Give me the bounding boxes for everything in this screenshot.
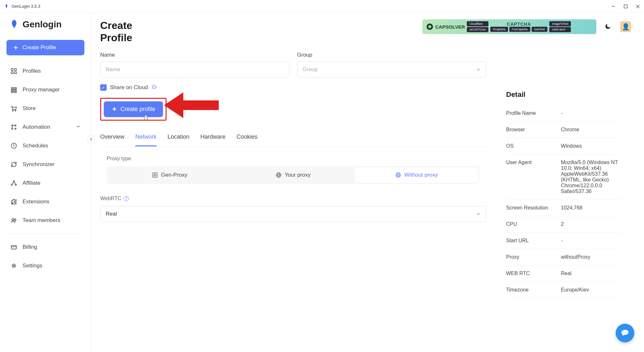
sidebar-item-billing[interactable]: Billing <box>6 239 84 255</box>
sidebar-item-store[interactable]: Store <box>6 100 84 116</box>
sidebar-item-extensions[interactable]: Extensions <box>6 194 84 210</box>
banner-chip: Cloudflare <box>467 21 488 26</box>
sidebar-item-synchronizer[interactable]: Synchronizer <box>6 156 84 172</box>
info-icon[interactable]: ? <box>124 196 129 201</box>
nav-label: Billing <box>23 244 37 250</box>
detail-row: User AgentMozilla/5.0 (Windows NT 10.0; … <box>506 154 621 200</box>
app-icon <box>4 4 9 9</box>
titlebar: GenLogin 3.5.3 <box>0 0 644 13</box>
name-input[interactable] <box>100 61 289 78</box>
card-icon <box>10 244 17 251</box>
automation-icon <box>10 124 17 131</box>
chat-button[interactable] <box>616 324 634 342</box>
chevron-down-icon <box>76 124 81 130</box>
brand-icon <box>9 19 19 30</box>
sidebar-item-team-members[interactable]: Team members <box>6 212 84 228</box>
sidebar-item-schedules[interactable]: Schedules <box>6 138 84 154</box>
svg-point-31 <box>13 265 15 267</box>
minimize-button[interactable] <box>611 4 616 9</box>
team-icon <box>10 217 17 224</box>
svg-rect-38 <box>153 173 157 177</box>
cloud-icon <box>151 84 157 91</box>
svg-rect-6 <box>11 69 13 70</box>
titlebar-title: GenLogin 3.5.3 <box>12 4 40 9</box>
svg-rect-1 <box>624 5 627 8</box>
plus-icon <box>111 106 117 112</box>
tab-overview[interactable]: Overview <box>100 130 124 146</box>
plus-icon <box>13 45 19 51</box>
proxy-option-your[interactable]: Your proxy <box>231 167 355 183</box>
puzzle-icon <box>10 198 17 205</box>
svg-point-22 <box>13 181 14 182</box>
sidebar-item-settings[interactable]: Settings <box>6 258 84 274</box>
maximize-button[interactable] <box>623 4 628 9</box>
svg-rect-29 <box>11 245 16 249</box>
name-label: Name <box>100 52 289 58</box>
nav-label: Settings <box>23 263 42 269</box>
capsolver-logo: CAPSOLVER <box>426 23 465 30</box>
tab-location[interactable]: Location <box>168 130 189 146</box>
webrtc-value: Real <box>106 211 117 217</box>
sidebar-create-label: Create Profile <box>23 44 56 51</box>
webrtc-select[interactable]: Real <box>100 206 486 222</box>
detail-row: TimezoneEurope/Kiev <box>506 282 621 298</box>
close-button[interactable] <box>636 4 640 9</box>
sidebar: Genlogin Create Profile Profiles Proxy m… <box>0 13 91 352</box>
globe-icon <box>276 172 282 178</box>
proxy-option-without[interactable]: Without proxy <box>355 167 478 183</box>
chevron-down-icon <box>476 67 481 72</box>
chevron-left-icon <box>89 137 93 141</box>
svg-point-13 <box>13 110 14 111</box>
svg-line-25 <box>12 182 14 184</box>
detail-row: CPU2 <box>506 216 621 233</box>
proxy-option-gen[interactable]: Gen-Proxy <box>108 167 231 183</box>
svg-point-23 <box>11 184 13 185</box>
detail-row: Screen Resolution1024,768 <box>506 200 621 216</box>
detail-row: Start URL- <box>506 233 621 249</box>
svg-rect-12 <box>11 91 16 93</box>
collapse-sidebar-button[interactable] <box>87 135 95 144</box>
sidebar-item-affiliate[interactable]: Affiliate <box>6 175 84 191</box>
svg-point-15 <box>12 125 13 126</box>
main-content: CreateProfile CAPSOLVER Cloudflare reCAP… <box>91 13 644 352</box>
group-placeholder: Group <box>303 66 318 73</box>
user-avatar[interactable]: 👤 <box>620 21 631 32</box>
detail-title: Detail <box>506 90 621 99</box>
proxy-type-options: Gen-Proxy Your proxy Without proxy <box>107 166 480 184</box>
detail-row: WEB RTCReal <box>506 265 621 282</box>
sidebar-create-profile-button[interactable]: Create Profile <box>6 40 84 55</box>
nav-label: Extensions <box>23 199 49 205</box>
svg-line-26 <box>14 182 15 184</box>
proxy-opt-label: Gen-Proxy <box>161 172 187 178</box>
sidebar-item-profiles[interactable]: Profiles <box>6 63 84 79</box>
detail-panel: Detail Profile Name- BrowserChrome OSWin… <box>496 52 631 305</box>
chat-icon <box>620 329 630 338</box>
nav-label: Schedules <box>23 143 48 149</box>
create-profile-button[interactable]: Create profile <box>104 101 163 117</box>
group-label: Group <box>297 52 486 58</box>
nav-label: Team members <box>23 217 60 224</box>
globe-off-icon <box>395 172 401 178</box>
svg-rect-9 <box>14 72 16 74</box>
tabs: Overview Network Location Hardware Cooki… <box>100 130 486 147</box>
sidebar-item-proxy-manager[interactable]: Proxy manager <box>6 82 84 98</box>
svg-point-27 <box>12 218 14 220</box>
affiliate-icon <box>10 180 17 187</box>
tab-network[interactable]: Network <box>135 130 157 146</box>
tab-cookies[interactable]: Cookies <box>236 130 257 146</box>
share-cloud-checkbox[interactable]: ✓ <box>100 84 107 91</box>
group-select[interactable]: Group <box>297 61 486 78</box>
sidebar-item-automation[interactable]: Automation <box>6 119 84 135</box>
theme-toggle-button[interactable] <box>604 23 612 31</box>
red-arrow-annotation <box>164 89 222 125</box>
webrtc-label: WebRTC ? <box>100 196 486 201</box>
cart-icon <box>10 105 17 112</box>
svg-point-24 <box>15 184 16 185</box>
capsolver-banner[interactable]: CAPSOLVER Cloudflare reCAPTCHA CAPTCHA h… <box>422 19 596 34</box>
server-icon <box>10 86 17 93</box>
detail-row: OSWindows <box>506 138 621 154</box>
svg-point-16 <box>15 125 16 126</box>
banner-chip: ImageToText <box>549 21 571 26</box>
tab-hardware[interactable]: Hardware <box>200 130 226 146</box>
banner-chip: GeeTest <box>532 27 548 32</box>
